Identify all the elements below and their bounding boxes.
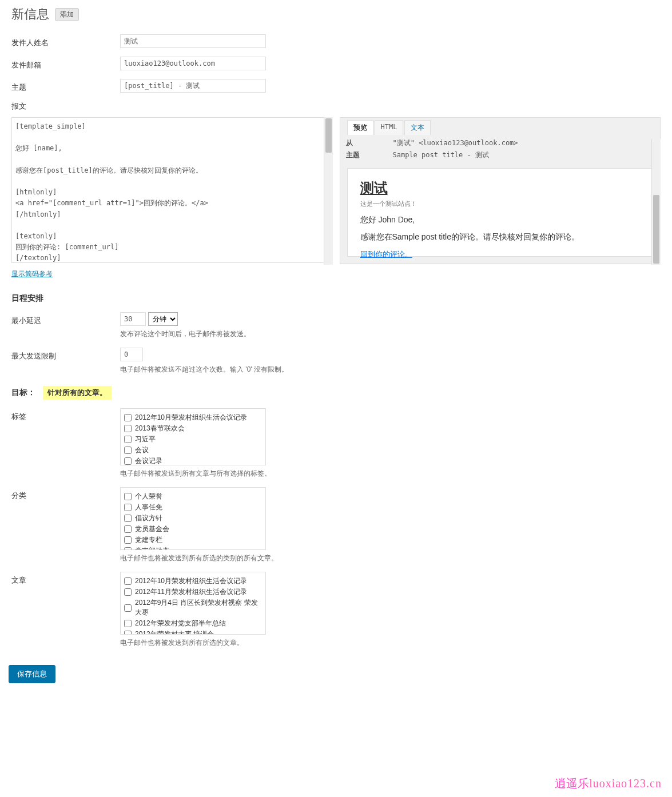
list-item[interactable]: 倡议方针 bbox=[124, 513, 262, 524]
list-item[interactable]: 2012年荣发村大枣 培训会 bbox=[124, 629, 262, 635]
preview-title: 测试 bbox=[360, 179, 641, 197]
list-item[interactable]: 习近平 bbox=[124, 434, 262, 445]
add-button[interactable]: 添加 bbox=[55, 8, 79, 21]
min-delay-help: 发布评论这个时间后，电子邮件将被发送。 bbox=[120, 329, 661, 339]
list-item-label: 2012年10月荣发村组织生活会议记录 bbox=[135, 576, 247, 586]
max-send-help: 电子邮件将被发送不超过这个次数。输入 '0' 没有限制。 bbox=[120, 365, 661, 374]
list-checkbox[interactable] bbox=[124, 425, 132, 432]
list-item-label: 2012年10月荣发村组织生活会议记录 bbox=[135, 413, 247, 423]
tags-list[interactable]: 2012年10月荣发村组织生活会议记录2013春节联欢会习近平会议会议记录便民服… bbox=[120, 408, 266, 465]
list-item[interactable]: 2012年10月荣发村组织生活会议记录 bbox=[124, 576, 262, 587]
min-delay-unit-select[interactable]: 分钟 bbox=[148, 312, 178, 326]
max-send-input[interactable] bbox=[120, 348, 143, 361]
posts-help: 电子邮件也将被发送到所有所选的文章。 bbox=[120, 638, 661, 648]
list-checkbox[interactable] bbox=[124, 547, 132, 550]
list-item-label: 会议 bbox=[135, 445, 149, 455]
shortcode-reference-link[interactable]: 显示简码参考 bbox=[11, 270, 53, 278]
list-item-label: 党支部动态 bbox=[135, 546, 169, 550]
min-delay-label: 最小延迟 bbox=[11, 312, 120, 339]
list-checkbox[interactable] bbox=[124, 436, 132, 443]
list-item-label: 会议记录 bbox=[135, 456, 162, 465]
body-scrollbar[interactable] bbox=[324, 117, 333, 265]
preview-from-label: 从 bbox=[346, 138, 393, 148]
list-item-label: 党员基金会 bbox=[135, 524, 169, 534]
list-item[interactable]: 2012年荣发村党支部半年总结 bbox=[124, 618, 262, 629]
preview-body: 感谢您在Sample post title的评论。请尽快核对回复你的评论。 bbox=[360, 232, 641, 242]
list-item-label: 习近平 bbox=[135, 435, 156, 444]
max-send-label: 最大发送限制 bbox=[11, 348, 120, 374]
save-button[interactable]: 保存信息 bbox=[9, 665, 55, 683]
tab-preview[interactable]: 预览 bbox=[347, 120, 373, 135]
cats-list[interactable]: 个人荣誉人事任免倡议方针党员基金会党建专栏党支部动态 bbox=[120, 487, 266, 550]
cats-label: 分类 bbox=[11, 487, 120, 563]
tab-html[interactable]: HTML bbox=[375, 120, 404, 135]
preview-scrollbar[interactable] bbox=[651, 139, 661, 265]
posts-label: 文章 bbox=[11, 572, 120, 648]
subject-label: 主题 bbox=[11, 79, 120, 93]
list-checkbox[interactable] bbox=[124, 631, 132, 635]
list-item-label: 人事任免 bbox=[135, 503, 162, 512]
list-checkbox[interactable] bbox=[124, 447, 132, 454]
list-item-label: 2012年荣发村大枣 培训会 bbox=[135, 629, 214, 635]
preview-content: 测试 这是一个测试站点！ 您好 John Doe, 感谢您在Sample pos… bbox=[347, 168, 654, 257]
list-item[interactable]: 会议 bbox=[124, 445, 262, 456]
sender-email-label: 发件邮箱 bbox=[11, 57, 120, 70]
tags-label: 标签 bbox=[11, 408, 120, 479]
preview-from-value: "测试" <luoxiao123@outlook.com> bbox=[393, 138, 518, 148]
min-delay-input[interactable] bbox=[120, 312, 146, 326]
sender-name-label: 发件人姓名 bbox=[11, 34, 120, 48]
list-checkbox[interactable] bbox=[124, 493, 132, 500]
list-checkbox[interactable] bbox=[124, 604, 132, 612]
target-label: 目标： bbox=[11, 388, 43, 398]
list-item[interactable]: 个人荣誉 bbox=[124, 491, 262, 502]
preview-subject-label: 主题 bbox=[346, 150, 393, 160]
list-item-label: 2012年11月荣发村组织生活会议记录 bbox=[135, 587, 247, 597]
list-checkbox[interactable] bbox=[124, 577, 132, 585]
list-item[interactable]: 2012年10月荣发村组织生活会议记录 bbox=[124, 412, 262, 423]
tags-help: 电子邮件将被发送到所有文章与所有选择的标签。 bbox=[120, 469, 661, 479]
list-item[interactable]: 党建专栏 bbox=[124, 535, 262, 545]
preview-link[interactable]: 回到你的评论。 bbox=[360, 250, 412, 258]
list-checkbox[interactable] bbox=[124, 525, 132, 533]
list-item[interactable]: 会议记录 bbox=[124, 456, 262, 465]
cats-help: 电子邮件也将被发送到所有所选的类别的所有文章。 bbox=[120, 553, 661, 563]
preview-greeting: 您好 John Doe, bbox=[360, 215, 641, 225]
list-item[interactable]: 2012年11月荣发村组织生活会议记录 bbox=[124, 587, 262, 597]
subject-input[interactable] bbox=[120, 79, 266, 93]
list-item-label: 2012年9月4日 肖区长到荣发村视察 荣发大枣 bbox=[135, 598, 262, 617]
tab-text[interactable]: 文本 bbox=[404, 120, 431, 135]
sender-email-input[interactable] bbox=[120, 57, 266, 70]
list-item-label: 党建专栏 bbox=[135, 535, 162, 545]
list-checkbox[interactable] bbox=[124, 536, 132, 544]
list-item-label: 倡议方针 bbox=[135, 513, 162, 523]
list-checkbox[interactable] bbox=[124, 457, 132, 465]
posts-list[interactable]: 2012年10月荣发村组织生活会议记录2012年11月荣发村组织生活会议记录20… bbox=[120, 572, 266, 635]
sender-name-input[interactable] bbox=[120, 34, 266, 48]
list-item-label: 2012年荣发村党支部半年总结 bbox=[135, 619, 226, 628]
list-checkbox[interactable] bbox=[124, 504, 132, 511]
preview-tagline: 这是一个测试站点！ bbox=[360, 200, 641, 208]
list-checkbox[interactable] bbox=[124, 588, 132, 596]
body-textarea[interactable] bbox=[11, 117, 333, 263]
list-item[interactable]: 党支部动态 bbox=[124, 545, 262, 550]
list-checkbox[interactable] bbox=[124, 414, 132, 421]
list-item[interactable]: 2013春节联欢会 bbox=[124, 423, 262, 434]
body-label: 报文 bbox=[11, 101, 661, 111]
list-item[interactable]: 人事任免 bbox=[124, 502, 262, 513]
page-title: 新信息 bbox=[11, 6, 49, 23]
list-item-label: 2013春节联欢会 bbox=[135, 424, 185, 433]
list-item[interactable]: 2012年9月4日 肖区长到荣发村视察 荣发大枣 bbox=[124, 597, 262, 618]
target-highlight: 针对所有的文章。 bbox=[43, 386, 112, 400]
list-item[interactable]: 党员基金会 bbox=[124, 524, 262, 535]
list-checkbox[interactable] bbox=[124, 515, 132, 522]
list-checkbox[interactable] bbox=[124, 620, 132, 627]
list-item-label: 个人荣誉 bbox=[135, 492, 162, 501]
preview-subject-value: Sample post title - 测试 bbox=[393, 150, 490, 160]
schedule-heading: 日程安排 bbox=[11, 293, 661, 304]
